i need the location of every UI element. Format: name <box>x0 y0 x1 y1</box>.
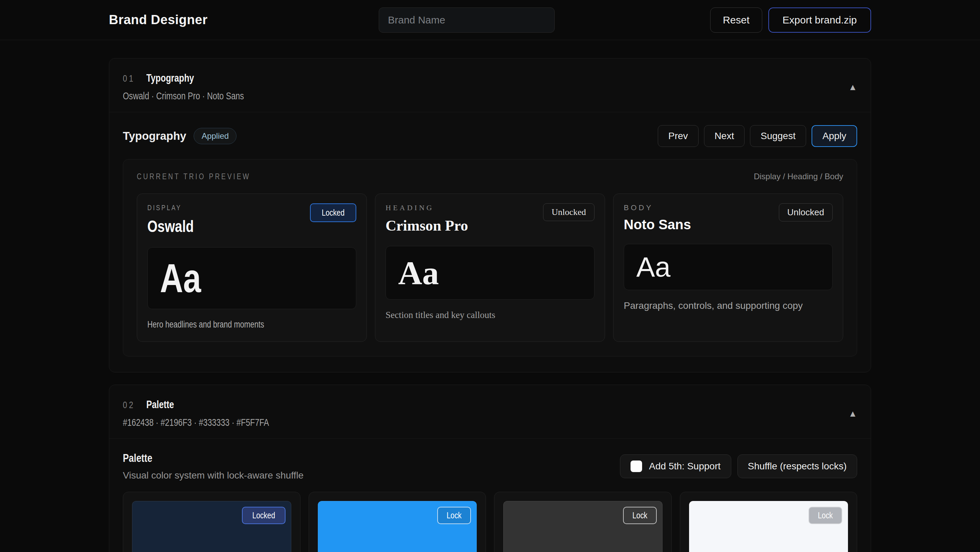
suggest-button[interactable]: Suggest <box>750 125 806 147</box>
next-button[interactable]: Next <box>704 125 745 147</box>
swatch-grid: Locked PRIMARY Lock SECONDARY Lock <box>123 492 857 552</box>
section-title: Palette <box>146 399 174 411</box>
neutral-color-block[interactable]: Lock <box>689 501 848 552</box>
typography-actions: Prev Next Suggest Apply <box>658 125 857 147</box>
top-bar: Brand Designer Reset Export brand.zip <box>0 0 980 40</box>
font-name: Noto Sans <box>624 217 691 232</box>
neutral-lock-toggle[interactable]: Lock <box>808 507 842 524</box>
trio-preview-panel: CURRENT TRIO PREVIEW Display / Heading /… <box>123 159 857 357</box>
export-button[interactable]: Export brand.zip <box>768 8 871 33</box>
topbar-actions: Reset Export brand.zip <box>710 8 871 33</box>
section-index: 01 <box>123 73 135 84</box>
reset-button[interactable]: Reset <box>710 8 762 33</box>
palette-section-header[interactable]: 02 Palette #162438 · #2196F3 · #333333 ·… <box>109 385 871 439</box>
collapse-icon[interactable]: ▲ <box>848 82 857 92</box>
display-lock-toggle[interactable]: Locked <box>310 203 356 222</box>
font-name: Oswald <box>147 217 194 236</box>
font-role-label: HEADING <box>385 203 468 212</box>
font-card-heading: HEADING Crimson Pro Unlocked Aa Section … <box>375 194 605 342</box>
body-lock-toggle[interactable]: Unlocked <box>779 203 833 221</box>
section-summary: Oswald · Crimson Pro · Noto Sans <box>123 90 244 102</box>
section-summary: #162438 · #2196F3 · #333333 · #F5F7FA <box>123 417 269 428</box>
section-title: Typography <box>146 72 194 84</box>
font-role-label: BODY <box>624 203 691 212</box>
font-sample-text: Aa <box>398 256 439 289</box>
app-title: Brand Designer <box>109 13 208 27</box>
add-fifth-checkbox[interactable] <box>630 460 642 472</box>
font-card-display: DISPLAY Oswald Locked Aa Hero headlines … <box>137 194 367 342</box>
secondary-color-block[interactable]: Lock <box>318 501 477 552</box>
font-sample-box: Aa <box>385 246 595 300</box>
section-typography: 01 Typography Oswald · Crimson Pro · Not… <box>109 58 871 373</box>
palette-panel: Palette Visual color system with lock-aw… <box>109 439 871 552</box>
trio-grid: DISPLAY Oswald Locked Aa Hero headlines … <box>137 194 843 342</box>
font-sample-text: Aa <box>160 258 201 298</box>
primary-color-block[interactable]: Locked <box>132 501 291 552</box>
swatch-neutral: Lock NEUTRAL <box>680 492 858 552</box>
swatch-secondary: Lock SECONDARY <box>309 492 486 552</box>
font-description: Paragraphs, controls, and supporting cop… <box>624 300 833 311</box>
brand-name-input[interactable] <box>379 8 555 33</box>
font-sample-text: Aa <box>636 253 670 281</box>
palette-actions: Add 5th: Support Shuffle (respects locks… <box>620 454 857 478</box>
palette-panel-title: Palette <box>123 452 153 465</box>
add-fifth-toggle[interactable]: Add 5th: Support <box>620 454 731 478</box>
add-fifth-label: Add 5th: Support <box>649 461 721 472</box>
swatch-accent: Lock ACCENT <box>494 492 672 552</box>
trio-preview-label: CURRENT TRIO PREVIEW <box>137 172 250 181</box>
accent-lock-toggle[interactable]: Lock <box>623 507 657 524</box>
collapse-icon[interactable]: ▲ <box>848 409 857 418</box>
palette-panel-subtitle: Visual color system with lock-aware shuf… <box>123 470 304 481</box>
accent-color-block[interactable]: Lock <box>503 501 662 552</box>
typography-section-header[interactable]: 01 Typography Oswald · Crimson Pro · Not… <box>109 59 871 112</box>
font-sample-box: Aa <box>147 247 356 309</box>
trio-preview-hint: Display / Heading / Body <box>754 172 843 181</box>
swatch-primary: Locked PRIMARY <box>123 492 301 552</box>
heading-lock-toggle[interactable]: Unlocked <box>543 203 595 221</box>
apply-button[interactable]: Apply <box>811 125 857 147</box>
font-card-body: BODY Noto Sans Unlocked Aa Paragraphs, c… <box>613 194 843 342</box>
font-description: Hero headlines and brand moments <box>147 319 264 330</box>
shuffle-button[interactable]: Shuffle (respects locks) <box>737 454 858 478</box>
section-palette: 02 Palette #162438 · #2196F3 · #333333 ·… <box>109 385 871 552</box>
typography-panel: Typography Applied Prev Next Suggest App… <box>109 112 871 372</box>
font-name: Crimson Pro <box>385 217 468 234</box>
section-index: 02 <box>123 400 135 411</box>
font-sample-box: Aa <box>624 244 833 290</box>
primary-lock-toggle[interactable]: Locked <box>242 507 285 524</box>
main-content: 01 Typography Oswald · Crimson Pro · Not… <box>0 40 980 552</box>
prev-button[interactable]: Prev <box>658 125 698 147</box>
panel-title: Typography <box>123 130 186 143</box>
font-role-label: DISPLAY <box>147 203 182 212</box>
font-description: Section titles and key callouts <box>385 310 595 320</box>
applied-badge: Applied <box>194 128 237 144</box>
secondary-lock-toggle[interactable]: Lock <box>437 507 471 524</box>
